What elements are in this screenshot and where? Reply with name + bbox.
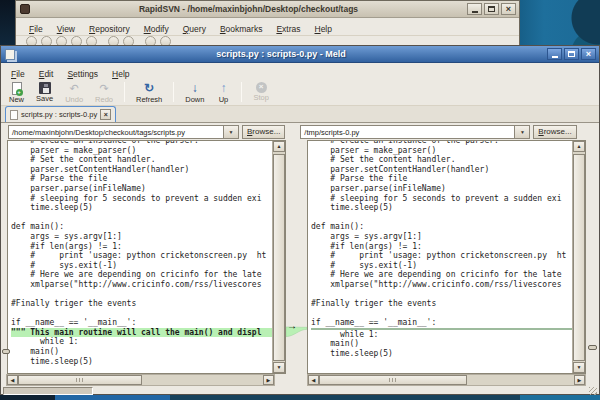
scroll-up-button[interactable]: ▲ xyxy=(573,141,585,152)
right-vertical-scrollbar[interactable]: ▲ ▼ xyxy=(572,141,585,373)
menu-extras[interactable]: Extras xyxy=(269,22,307,36)
minimize-button[interactable] xyxy=(467,3,482,15)
chevron-down-icon: ▼ xyxy=(520,129,525,135)
scroll-left-button[interactable]: ◀ xyxy=(7,375,18,385)
right-browse-button[interactable]: Browse... xyxy=(533,125,576,139)
arrow-up-icon: ▲ xyxy=(577,144,582,149)
left-edge-diff-marker[interactable] xyxy=(2,349,10,354)
meld-menubar: FileEditSettingsHelp xyxy=(1,63,599,79)
code-line: while 1: xyxy=(11,337,272,347)
menu-modify[interactable]: Modify xyxy=(137,22,176,36)
left-path-dropdown-button[interactable]: ▼ xyxy=(223,126,238,138)
right-code-area[interactable]: # Create an instance of the parser. pars… xyxy=(308,141,572,373)
arrow-left-icon: ◀ xyxy=(312,377,316,383)
new-button[interactable]: New xyxy=(3,80,30,104)
left-code-area[interactable]: # Create an instance of the parser. pars… xyxy=(8,141,272,373)
redo-icon xyxy=(97,81,111,95)
code-line: time.sleep(5) xyxy=(311,203,572,213)
menu-edit[interactable]: Edit xyxy=(32,67,61,81)
menu-view[interactable]: View xyxy=(50,22,82,36)
scrollbar-track[interactable] xyxy=(18,375,263,385)
status-message-area xyxy=(3,387,93,395)
code-line: args = sys.argv[1:] xyxy=(311,232,572,242)
menu-settings[interactable]: Settings xyxy=(60,67,105,81)
right-path-dropdown-button[interactable]: ▼ xyxy=(514,126,529,138)
scroll-down-button[interactable]: ▼ xyxy=(573,362,585,373)
code-line: # Here we are depending on cricinfo for … xyxy=(11,270,272,280)
menu-help[interactable]: Help xyxy=(105,67,136,81)
scrollbar-thumb[interactable] xyxy=(319,375,467,385)
scrollbar-track[interactable] xyxy=(573,152,585,362)
minimize-button[interactable] xyxy=(547,48,562,60)
left-browse-button[interactable]: Browse... xyxy=(242,125,285,139)
scrollbar-thumb[interactable] xyxy=(273,154,285,361)
code-line: while 1: xyxy=(311,330,572,340)
menu-query[interactable]: Query xyxy=(176,22,213,36)
scroll-left-button[interactable]: ◀ xyxy=(308,375,319,385)
code-line: time.sleep(5) xyxy=(311,349,572,359)
resize-grip[interactable] xyxy=(589,387,597,395)
code-line: # sleeping for 5 seconds to prevent a su… xyxy=(11,194,272,204)
menu-file[interactable]: File xyxy=(4,67,32,81)
right-edge-diff-marker[interactable] xyxy=(588,345,597,350)
up-button[interactable]: Up xyxy=(210,80,236,104)
left-horizontal-scrollbar[interactable]: ◀ ▶ xyxy=(6,374,275,386)
code-line xyxy=(311,213,572,223)
right-code-pane[interactable]: # Create an instance of the parser. pars… xyxy=(307,140,586,374)
tab-scripts-diff[interactable]: scripts.py : scripts-0.py xyxy=(5,106,116,122)
maximize-button[interactable] xyxy=(564,48,579,60)
code-line xyxy=(311,290,572,300)
diff-link-map: → xyxy=(286,140,307,374)
scroll-right-button[interactable]: ▶ xyxy=(574,375,585,385)
scroll-right-button[interactable]: ▶ xyxy=(263,375,274,385)
left-code-pane[interactable]: # Create an instance of the parser. pars… xyxy=(7,140,286,374)
left-file-path[interactable]: /home/maxinbjohn/Desktop/checkout/tags/s… xyxy=(9,126,223,138)
code-line: args = sys.argv[1:] xyxy=(11,232,272,242)
right-horizontal-scrollbar[interactable]: ◀ ▶ xyxy=(307,374,586,386)
rapidsvn-titlebar[interactable]: RapidSVN - /home/maxinbjohn/Desktop/chec… xyxy=(16,1,519,18)
code-line: # Parse the file xyxy=(11,174,272,184)
left-vertical-scrollbar[interactable]: ▲ ▼ xyxy=(272,141,285,373)
stop-button: Stop xyxy=(247,80,274,104)
close-button[interactable]: × xyxy=(581,48,596,60)
down-icon xyxy=(188,81,202,95)
right-file-combo[interactable]: /tmp/scripts-0.py ▼ xyxy=(300,125,530,139)
code-line: # Parse the file xyxy=(311,174,572,184)
scrollbar-thumb[interactable] xyxy=(573,154,585,361)
scrollbar-thumb[interactable] xyxy=(18,375,142,385)
code-line: # sys.exit(-1) xyxy=(11,261,272,271)
scroll-down-button[interactable]: ▼ xyxy=(273,362,285,373)
meld-window-title: scripts.py : scripts-0.py - Meld xyxy=(15,49,547,59)
code-line: #Finally triger the events xyxy=(311,299,572,309)
code-line: # sys.exit(-1) xyxy=(311,261,572,271)
minimize-icon xyxy=(472,11,478,13)
arrow-right-icon: ▶ xyxy=(267,377,271,383)
code-line: if __name__ == '__main__': xyxy=(11,318,272,328)
undo-button: Undo xyxy=(59,80,89,104)
meld-titlebar[interactable]: scripts.py : scripts-0.py - Meld × xyxy=(1,46,599,63)
menu-file[interactable]: File xyxy=(22,22,50,36)
tab-label: scripts.py : scripts-0.py xyxy=(21,110,97,119)
scrollbar-track[interactable] xyxy=(273,152,285,362)
code-line: xmlparse("http://www.cricinfo.com/rss/li… xyxy=(311,280,572,290)
tab-close-button[interactable] xyxy=(100,109,111,120)
scroll-up-button[interactable]: ▲ xyxy=(273,141,285,152)
maximize-button[interactable] xyxy=(484,3,499,15)
code-line xyxy=(11,213,272,223)
code-line: main() xyxy=(311,339,572,349)
left-file-combo[interactable]: /home/maxinbjohn/Desktop/checkout/tags/s… xyxy=(8,125,239,139)
save-button[interactable]: Save xyxy=(30,80,59,104)
scrollbar-track[interactable] xyxy=(319,375,574,385)
refresh-button[interactable]: Refresh xyxy=(130,80,168,104)
apply-change-arrow-icon[interactable]: → xyxy=(287,321,297,331)
menu-bookmarks[interactable]: Bookmarks xyxy=(213,22,270,36)
code-line: def main(): xyxy=(11,222,272,232)
right-file-path[interactable]: /tmp/scripts-0.py xyxy=(301,126,514,138)
toolbar-button-label: New xyxy=(9,95,24,104)
chevron-down-icon: ▼ xyxy=(229,129,234,135)
menu-help[interactable]: Help xyxy=(308,22,339,36)
down-button[interactable]: Down xyxy=(179,80,210,104)
meld-toolbar: NewSaveUndoRedoRefreshDownUpStop xyxy=(1,79,599,106)
menu-repository[interactable]: Repository xyxy=(82,22,137,36)
close-button[interactable]: × xyxy=(501,3,516,15)
